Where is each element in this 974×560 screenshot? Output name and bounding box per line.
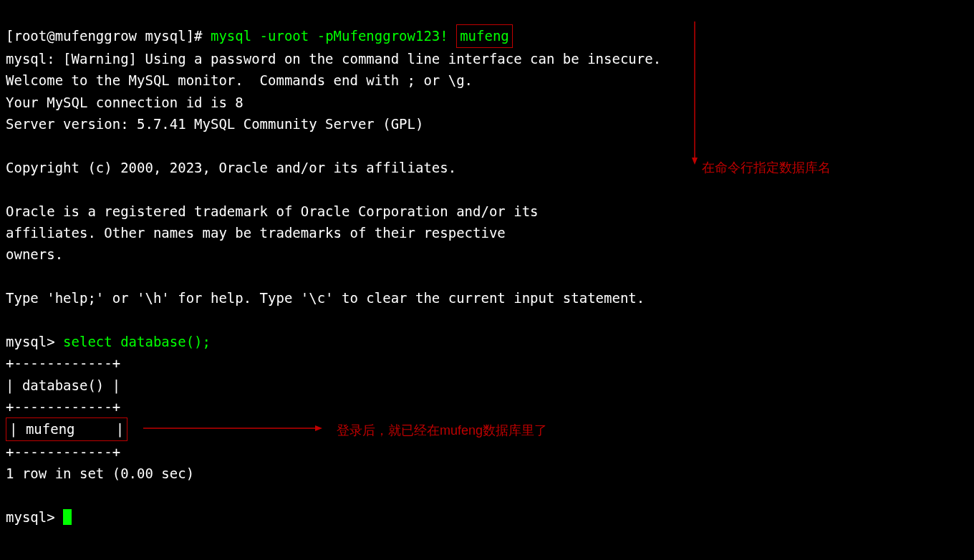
- row-count: 1 row in set (0.00 sec): [6, 465, 194, 481]
- annotation-middle: 登录后，就已经在mufeng数据库里了: [337, 420, 547, 441]
- terminal-output[interactable]: [root@mufenggrow mysql]# mysql -uroot -p…: [0, 0, 974, 531]
- output-line: Welcome to the MySQL monitor. Commands e…: [6, 72, 473, 88]
- shell-prompt: [root@mufenggrow mysql]#: [6, 28, 211, 44]
- output-line: Server version: 5.7.41 MySQL Community S…: [6, 116, 423, 132]
- table-border: +------------+: [6, 444, 120, 460]
- output-line: Oracle is a registered trademark of Orac…: [6, 203, 539, 219]
- output-line: Type 'help;' or '\h' for help. Type '\c'…: [6, 290, 645, 306]
- output-line: Copyright (c) 2000, 2023, Oracle and/or …: [6, 160, 456, 175]
- output-line: Your MySQL connection id is 8: [6, 95, 244, 110]
- table-border: +------------+: [6, 355, 120, 371]
- mysql-prompt: mysql>: [6, 334, 63, 349]
- query-text: select database();: [63, 334, 211, 349]
- cursor-icon: [63, 509, 72, 525]
- output-line: owners.: [6, 246, 63, 262]
- table-header: | database() |: [6, 377, 120, 393]
- annotation-top: 在命令行指定数据库名: [702, 158, 831, 178]
- output-line: affiliates. Other names may be trademark…: [6, 225, 506, 241]
- highlighted-result-row: | mufeng |: [6, 417, 127, 440]
- highlighted-dbname: mufeng: [456, 24, 513, 47]
- output-line: mysql: [Warning] Using a password on the…: [6, 51, 661, 67]
- table-border: +------------+: [6, 399, 120, 415]
- command-text: mysql -uroot -pMufenggrow123!: [211, 28, 456, 44]
- mysql-prompt: mysql>: [6, 509, 63, 525]
